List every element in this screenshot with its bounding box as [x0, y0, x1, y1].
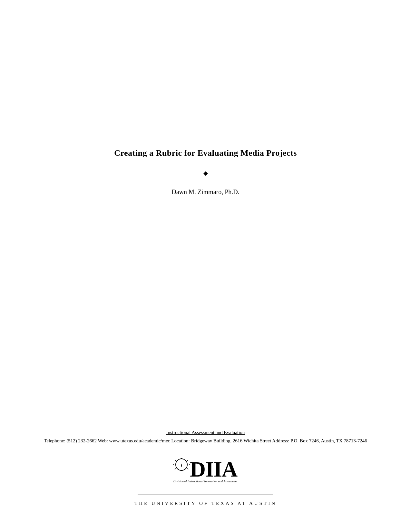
svg-text:DIIA: DIIA — [190, 457, 238, 481]
divider-line — [138, 495, 273, 495]
telephone-line: Telephone: (512) 232-2662 — [44, 438, 97, 443]
page-title: Creating a Rubric for Evaluating Media P… — [114, 148, 297, 158]
svg-line-3 — [175, 460, 176, 461]
author-name: Dawn M. Zimmaro, Ph.D. — [171, 188, 240, 196]
svg-text:i: i — [181, 461, 182, 469]
address-line: Address: P.O. Box 7246, Austin, TX 78713… — [272, 438, 367, 443]
contact-info: Instructional Assessment and Evaluation … — [44, 429, 367, 445]
bottom-section: Instructional Assessment and Evaluation … — [44, 429, 367, 506]
university-name: THE UNIVERSITY OF TEXAS AT AUSTIN — [134, 501, 277, 506]
top-section: Creating a Rubric for Evaluating Media P… — [0, 0, 411, 196]
svg-line-8 — [187, 468, 188, 469]
diamond-separator: ◆ — [203, 170, 208, 177]
page: Creating a Rubric for Evaluating Media P… — [0, 0, 411, 532]
svg-line-4 — [187, 460, 188, 461]
location-line: Location: Bridgeway Building, 2616 Wichi… — [171, 438, 271, 443]
org-name: Instructional Assessment and Evaluation — [44, 429, 367, 437]
diia-logo: i DIIA Division of Instructional Innovat… — [170, 457, 241, 486]
svg-line-7 — [175, 468, 176, 469]
logo-container: i DIIA Division of Instructional Innovat… — [170, 457, 241, 486]
web-line: Web: www.utexas.edu/academic/mec — [98, 438, 170, 443]
svg-text:Division of Instructional Inno: Division of Instructional Innovation and… — [173, 480, 238, 483]
